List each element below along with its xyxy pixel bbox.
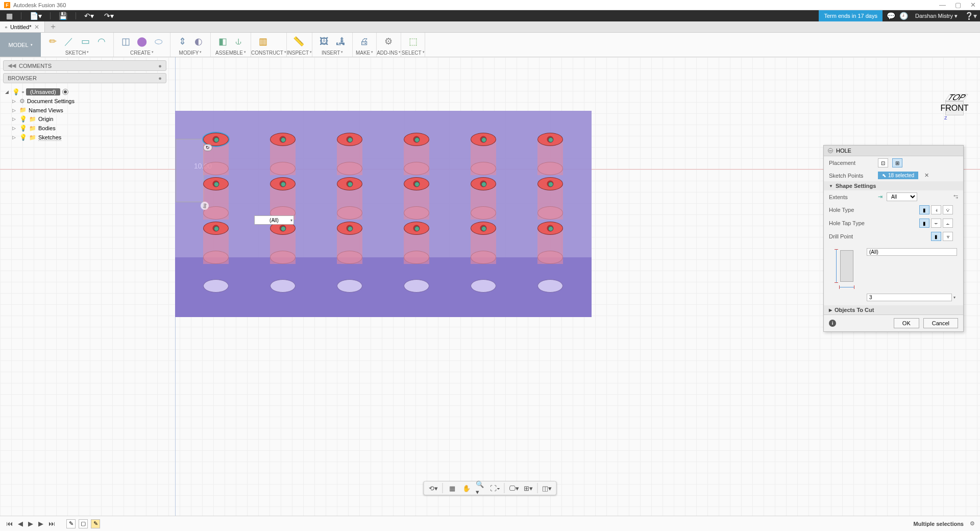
job-status-icon[interactable]: 🕘 <box>899 12 908 20</box>
visibility-icon[interactable]: 💡 <box>19 134 27 141</box>
hole-feature[interactable] <box>537 222 563 235</box>
clear-selection-icon[interactable]: ✕ <box>922 172 931 179</box>
tap-clearance-icon[interactable]: ⫟ <box>931 219 941 228</box>
hole-feature[interactable] <box>203 222 229 235</box>
hole-feature[interactable] <box>471 222 496 235</box>
fillet-icon[interactable]: ◐ <box>192 35 205 48</box>
zoom-icon[interactable]: 🔍▾ <box>476 483 486 493</box>
help-icon[interactable]: ❔▾ <box>965 12 977 20</box>
hole-type-counterbore-icon[interactable]: ⫞ <box>931 205 941 214</box>
cancel-button[interactable]: Cancel <box>923 318 958 328</box>
expand-icon[interactable]: ▷ <box>12 126 17 131</box>
sphere-icon[interactable]: ⬤ <box>135 35 149 48</box>
arc-icon[interactable]: ◠ <box>95 35 108 48</box>
tree-item-document-settings[interactable]: ▷ ⚙ Document Settings <box>3 96 166 106</box>
drill-flat-icon[interactable]: ▮ <box>931 232 941 241</box>
comments-panel-header[interactable]: ◀◀ COMMENTS ● <box>3 60 166 71</box>
tree-item-origin[interactable]: ▷ 💡 📁 Origin <box>3 114 166 124</box>
hole-bottom[interactable] <box>337 279 362 293</box>
timeline-feature-extrude-icon[interactable]: ▢ <box>79 519 88 528</box>
tree-item-named-views[interactable]: ▷ 📁 Named Views <box>3 106 166 114</box>
hole-type-simple-icon[interactable]: ▮ <box>919 205 929 214</box>
tap-none-icon[interactable]: ▮ <box>919 219 929 228</box>
maximize-button[interactable]: ▢ <box>955 1 961 9</box>
grid-settings-icon[interactable]: ⊞▾ <box>523 483 533 493</box>
hole-feature[interactable] <box>537 133 563 146</box>
construct-plane-icon[interactable]: ▥ <box>256 35 270 48</box>
expand-icon[interactable]: ▷ <box>12 99 17 104</box>
hole-feature[interactable] <box>404 222 429 235</box>
hole-bottom[interactable] <box>537 279 563 293</box>
settings-icon[interactable]: ⚙ <box>970 520 975 527</box>
expand-icon[interactable]: ◀◀ <box>8 62 16 69</box>
close-button[interactable]: ✕ <box>970 1 976 9</box>
cylinder-icon[interactable]: ⬭ <box>152 35 165 48</box>
expand-icon[interactable]: ▶ <box>829 308 832 312</box>
extents-select[interactable]: All <box>887 192 917 201</box>
placement-multiple-icon[interactable]: ⊞ <box>892 158 902 167</box>
measure-icon[interactable]: 📏 <box>292 35 305 48</box>
joint-icon[interactable]: ⫝ <box>232 35 246 48</box>
hole-feature[interactable] <box>203 177 229 190</box>
expand-icon[interactable]: ▷ <box>12 108 17 113</box>
user-menu[interactable]: Darshan Mistry ▾ <box>912 13 961 19</box>
display-settings-icon[interactable]: 🖵▾ <box>509 483 519 493</box>
fit-icon[interactable]: ⛶▾ <box>490 483 500 493</box>
timeline-feature-sketch-icon[interactable]: ✎ <box>66 519 76 528</box>
hole-feature[interactable] <box>471 133 496 146</box>
shape-settings-section[interactable]: ▼ Shape Settings <box>824 181 963 190</box>
document-tab[interactable]: ▫ Untitled* ✕ <box>0 21 45 32</box>
hole-type-countersink-icon[interactable]: ⩒ <box>943 205 953 214</box>
hole-feature[interactable] <box>404 177 429 190</box>
rectangle-icon[interactable]: ▭ <box>79 35 92 48</box>
create-sketch-icon[interactable]: ✏ <box>46 35 59 48</box>
hole-feature[interactable] <box>337 177 362 190</box>
pan-icon[interactable]: ✋ <box>461 483 472 493</box>
drill-angle-icon[interactable]: ▿ <box>943 232 953 241</box>
tree-item-sketches[interactable]: ▷ 💡 📁 Sketches <box>3 133 166 142</box>
insert-decal-icon[interactable]: 🏞 <box>334 35 347 48</box>
data-panel-icon[interactable]: ▦ <box>3 11 16 21</box>
expand-icon[interactable]: ◢ <box>5 89 10 94</box>
hole-bottom[interactable] <box>471 279 496 293</box>
undo-icon[interactable]: ↶▾ <box>81 11 97 21</box>
hole-feature[interactable] <box>404 133 429 146</box>
expand-icon[interactable]: ▷ <box>12 135 17 140</box>
collapse-icon[interactable]: ▼ <box>829 184 833 188</box>
new-component-icon[interactable]: ◧ <box>216 35 229 48</box>
visibility-icon[interactable]: 💡 <box>19 125 27 132</box>
hole-bottom[interactable] <box>270 279 296 293</box>
flip-direction-icon[interactable]: ⥃ <box>953 194 958 200</box>
look-at-icon[interactable]: ▦ <box>447 483 457 493</box>
tap-tapped-icon[interactable]: ⫠ <box>943 219 953 228</box>
redo-icon[interactable]: ↷▾ <box>101 11 117 21</box>
file-menu-icon[interactable]: 📄▾ <box>27 11 45 21</box>
tree-item-bodies[interactable]: ▷ 💡 📁 Bodies <box>3 124 166 133</box>
ok-button[interactable]: OK <box>894 318 919 328</box>
selection-chip[interactable]: ⬉ 18 selected <box>878 172 918 179</box>
viewport-layout-icon[interactable]: ◫▾ <box>542 483 552 493</box>
box-icon[interactable]: ◫ <box>119 35 132 48</box>
viewcube-front-face[interactable]: FRONT <box>945 101 964 115</box>
dropdown-icon[interactable]: ▾ <box>952 295 957 300</box>
print-3d-icon[interactable]: 🖨 <box>358 35 371 48</box>
timeline-play-icon[interactable]: ▶ <box>27 519 34 528</box>
browser-panel-header[interactable]: BROWSER ● <box>3 73 166 83</box>
workspace-switcher[interactable]: MODEL▾ <box>0 33 41 57</box>
model-body-front[interactable] <box>175 257 592 317</box>
select-icon[interactable]: ⬚ <box>406 35 420 48</box>
tab-close-icon[interactable]: ✕ <box>34 23 39 31</box>
timeline-back-icon[interactable]: ◀ <box>17 519 24 528</box>
hole-feature[interactable] <box>270 177 296 190</box>
notifications-icon[interactable]: 💬 <box>887 12 895 20</box>
activate-radio-icon[interactable] <box>62 89 68 95</box>
visibility-icon[interactable]: 💡 <box>19 115 27 123</box>
expand-icon[interactable]: ▷ <box>12 116 17 122</box>
visibility-icon[interactable]: 💡 <box>12 88 20 95</box>
rotate-manipulator-icon[interactable]: ↻ <box>203 144 212 151</box>
view-cube[interactable]: TOP FRONT <box>945 99 970 124</box>
hole-diameter-input[interactable] <box>867 294 952 301</box>
info-icon[interactable]: i <box>829 320 836 327</box>
hole-depth-input[interactable] <box>867 248 957 256</box>
dialog-titlebar[interactable]: ─ HOLE <box>824 146 963 156</box>
